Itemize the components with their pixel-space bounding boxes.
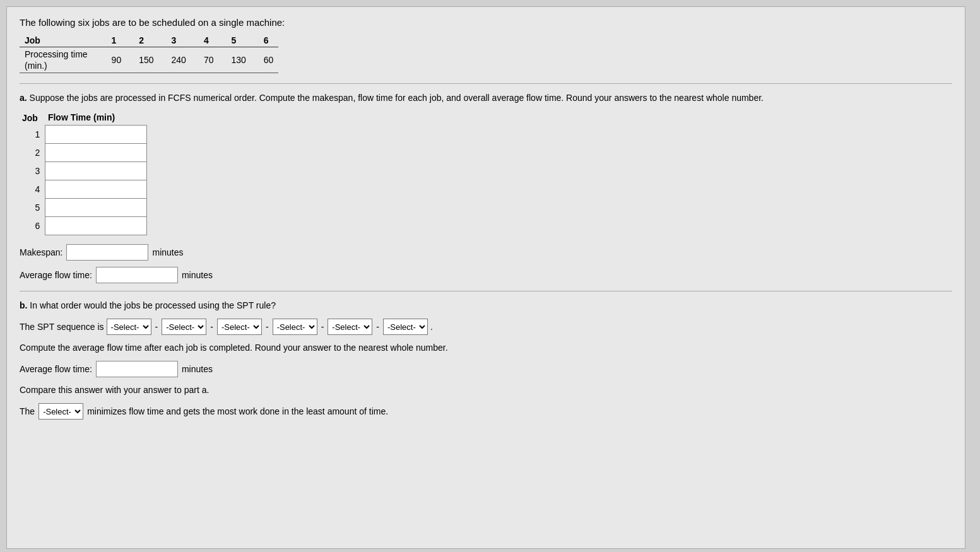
- avg-flow-a-unit: minutes: [182, 270, 213, 280]
- flow-input-job-3[interactable]: [45, 162, 146, 180]
- spt-select-6[interactable]: -Select-123456: [383, 319, 428, 335]
- makespan-input[interactable]: [66, 244, 148, 261]
- spt-select-4[interactable]: -Select-123456: [273, 319, 317, 335]
- part-b-description: In what order would the jobs be processe…: [30, 300, 276, 310]
- time-6: 60: [251, 47, 279, 73]
- job-3-header: 3: [159, 34, 191, 47]
- makespan-unit: minutes: [152, 247, 183, 257]
- flow-row-2: 2: [20, 144, 147, 162]
- time-5: 130: [218, 47, 251, 73]
- avg-flow-a-row: Average flow time: minutes: [20, 267, 952, 283]
- flow-col-time: Flow Time (min): [45, 111, 147, 126]
- flow-job-num-2: 2: [20, 144, 45, 162]
- flow-cell-1: [45, 126, 147, 144]
- bottom-select[interactable]: -Select-SPTFCFS: [38, 403, 83, 420]
- time-1: 90: [93, 47, 127, 73]
- job-4-header: 4: [191, 34, 219, 47]
- flow-job-num-3: 3: [20, 162, 45, 180]
- job-1-header: 1: [93, 34, 127, 47]
- spt-select-2[interactable]: -Select-123456: [162, 319, 206, 335]
- spt-select-5[interactable]: -Select-123456: [328, 319, 372, 335]
- divider-1: [20, 83, 952, 84]
- flow-cell-5: [45, 199, 147, 217]
- flow-job-num-6: 6: [20, 217, 45, 235]
- flow-cell-4: [45, 180, 147, 199]
- job-6-header: 6: [251, 34, 279, 47]
- avg-flow-a-input[interactable]: [96, 267, 178, 283]
- part-a-text: a. Suppose the jobs are processed in FCF…: [20, 91, 952, 105]
- avg-flow-b-unit: minutes: [182, 364, 213, 374]
- spt-end-period: .: [430, 322, 433, 332]
- main-container: The following six jobs are to be schedul…: [6, 6, 965, 549]
- flow-input-job-4[interactable]: [45, 180, 146, 198]
- spt-select-1[interactable]: -Select-123456: [107, 319, 151, 335]
- bottom-label-prefix: The: [20, 406, 35, 416]
- intro-text: The following six jobs are to be schedul…: [20, 17, 952, 28]
- spt-sequence-label: The SPT sequence is: [20, 322, 104, 332]
- compute-text: Compute the average flow time after each…: [20, 341, 952, 355]
- avg-flow-b-label: Average flow time:: [20, 364, 92, 374]
- bottom-select-row: The -Select-SPTFCFS minimizes flow time …: [20, 403, 952, 420]
- bottom-label-suffix: minimizes flow time and gets the most wo…: [87, 406, 388, 416]
- time-3: 240: [159, 47, 191, 73]
- job-col-header: Job: [20, 34, 93, 47]
- flow-cell-3: [45, 162, 147, 180]
- flow-row-1: 1: [20, 126, 147, 144]
- flow-job-num-5: 5: [20, 199, 45, 217]
- part-a-description: Suppose the jobs are processed in FCFS n…: [30, 93, 764, 103]
- makespan-label: Makespan:: [20, 247, 62, 257]
- flow-col-job: Job: [20, 111, 45, 126]
- spt-sep-5: -: [375, 322, 381, 332]
- spt-sep-2: -: [209, 322, 215, 332]
- flow-cell-2: [45, 144, 147, 162]
- flow-input-job-6[interactable]: [45, 217, 146, 235]
- part-b-label: b.: [20, 300, 27, 310]
- avg-flow-b-row: Average flow time: minutes: [20, 361, 952, 377]
- part-b-text: b. In what order would the jobs be proce…: [20, 299, 952, 312]
- flow-row-5: 5: [20, 199, 147, 217]
- compare-text: Compare this answer with your answer to …: [20, 384, 952, 397]
- job-5-header: 5: [218, 34, 251, 47]
- job-2-header: 2: [126, 34, 158, 47]
- processing-time-label: Processing time (min.): [20, 47, 93, 73]
- spt-sep-4: -: [320, 322, 326, 332]
- flow-job-num-1: 1: [20, 126, 45, 144]
- spt-sep-1: -: [154, 322, 160, 332]
- avg-flow-b-input[interactable]: [96, 361, 178, 377]
- spt-sequence-row: The SPT sequence is -Select-123456 - -Se…: [20, 319, 952, 335]
- flow-input-job-5[interactable]: [45, 199, 146, 216]
- part-a-label: a.: [20, 93, 27, 103]
- flow-time-table: Job Flow Time (min) 123456: [20, 111, 147, 235]
- flow-job-num-4: 4: [20, 180, 45, 199]
- time-4: 70: [191, 47, 219, 73]
- flow-input-job-1[interactable]: [45, 126, 146, 143]
- makespan-row: Makespan: minutes: [20, 244, 952, 261]
- divider-2: [20, 291, 952, 291]
- flow-row-3: 3: [20, 162, 147, 180]
- flow-input-job-2[interactable]: [45, 144, 146, 161]
- flow-row-6: 6: [20, 217, 147, 235]
- time-2: 150: [126, 47, 158, 73]
- spt-select-3[interactable]: -Select-123456: [217, 319, 262, 335]
- flow-cell-6: [45, 217, 147, 235]
- avg-flow-a-label: Average flow time:: [20, 270, 92, 280]
- flow-row-4: 4: [20, 180, 147, 199]
- spt-sep-3: -: [264, 322, 270, 332]
- job-data-table: Job 1 2 3 4 5 6 Processing time (min.) 9…: [20, 34, 278, 73]
